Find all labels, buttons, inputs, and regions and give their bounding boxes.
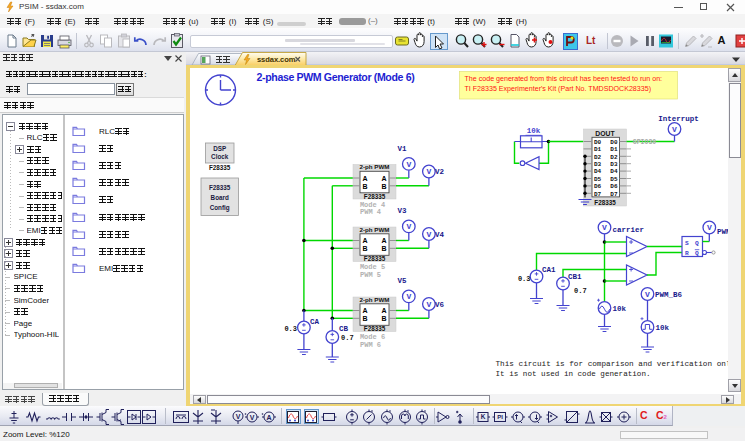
svg-text:V: V	[426, 230, 431, 239]
svg-text:TI F28335 Experimenter's Kit (: TI F28335 Experimenter's Kit (Part No. T…	[464, 85, 651, 93]
svg-text:D2: D2	[594, 154, 602, 161]
svg-text:The code generated from this c: The code generated from this circuit has…	[464, 75, 662, 83]
svg-text:2-phase PWM Generator (Mode 6): 2-phase PWM Generator (Mode 6)	[256, 71, 414, 83]
svg-text:B: B	[381, 245, 386, 252]
svg-text:V2: V2	[435, 168, 445, 176]
svg-text:F28335: F28335	[209, 184, 231, 191]
svg-text:PI: PI	[497, 414, 503, 420]
svg-text:PWM 6: PWM 6	[359, 341, 380, 349]
svg-text:0.7: 0.7	[341, 334, 354, 342]
svg-text:D2: D2	[610, 154, 618, 161]
svg-text:2-ph PWM: 2-ph PWM	[359, 226, 389, 233]
svg-text:10k: 10k	[526, 127, 540, 135]
svg-text:D4: D4	[610, 168, 618, 175]
svg-text:A: A	[381, 307, 386, 314]
svg-text:V5: V5	[397, 277, 407, 285]
svg-text:A: A	[362, 237, 367, 244]
svg-text:10k: 10k	[655, 324, 669, 332]
svg-text:PWM_B6: PWM_B6	[655, 291, 683, 299]
svg-text:A: A	[266, 413, 271, 420]
svg-text:carrier: carrier	[612, 226, 644, 234]
svg-text:CA1: CA1	[542, 266, 556, 274]
svg-text:B: B	[381, 183, 386, 190]
svg-text:0.3: 0.3	[517, 275, 530, 283]
svg-text:V3: V3	[397, 207, 407, 215]
svg-text:This circuit is for comparison: This circuit is for comparison and verif…	[495, 360, 731, 368]
svg-text:D6: D6	[610, 183, 618, 190]
svg-text:D5: D5	[594, 176, 602, 183]
svg-text:V: V	[250, 413, 255, 420]
svg-text:D7: D7	[594, 191, 602, 198]
svg-text:B: B	[362, 183, 367, 190]
svg-text:2-ph PWM: 2-ph PWM	[359, 296, 389, 303]
svg-text:Q: Q	[695, 250, 699, 257]
svg-text:B: B	[362, 315, 367, 322]
svg-text:B: B	[362, 245, 367, 252]
svg-text:Interrupt: Interrupt	[658, 115, 699, 123]
svg-text:D3: D3	[594, 161, 602, 168]
svg-text:It is not used in code generat: It is not used in code generation.	[495, 370, 650, 378]
svg-text:0.7: 0.7	[574, 287, 587, 295]
svg-text:GPIO30: GPIO30	[632, 139, 656, 146]
svg-text:Config: Config	[209, 204, 229, 212]
svg-text:S: S	[685, 240, 689, 247]
svg-text:F28335: F28335	[363, 255, 385, 262]
svg-text:D4: D4	[594, 168, 602, 175]
svg-text:DOUT: DOUT	[595, 130, 615, 137]
svg-text:Q: Q	[695, 240, 699, 247]
svg-text:Clock: Clock	[211, 153, 229, 160]
svg-text:2-ph PWM: 2-ph PWM	[359, 163, 389, 170]
svg-text:A: A	[381, 175, 386, 182]
svg-text:A: A	[381, 237, 386, 244]
svg-text:A: A	[362, 175, 367, 182]
svg-text:V1: V1	[397, 145, 407, 153]
svg-text:V: V	[645, 290, 650, 299]
svg-text:V: V	[406, 222, 411, 231]
svg-text:CB1: CB1	[568, 273, 582, 281]
svg-text:0.3: 0.3	[284, 325, 297, 333]
svg-text:D1: D1	[610, 146, 618, 153]
svg-text:V: V	[236, 412, 241, 419]
svg-text:V: V	[426, 167, 431, 176]
svg-text:B: B	[381, 315, 386, 322]
svg-text:V: V	[426, 300, 431, 309]
svg-text:F28335: F28335	[209, 164, 231, 171]
svg-text:CA: CA	[310, 318, 320, 326]
svg-text:DSP: DSP	[213, 145, 226, 152]
svg-text:D6: D6	[594, 183, 602, 190]
svg-text:D3: D3	[610, 161, 618, 168]
svg-text:V: V	[672, 125, 677, 134]
svg-text:D5: D5	[610, 176, 618, 183]
svg-text:V6: V6	[435, 301, 445, 309]
svg-text:V: V	[406, 160, 411, 169]
svg-text:PWM 4: PWM 4	[359, 208, 380, 216]
svg-text:V: V	[406, 292, 411, 301]
svg-text:D1: D1	[594, 146, 602, 153]
svg-text:CB: CB	[339, 325, 349, 333]
svg-text:A: A	[362, 307, 367, 314]
svg-text:F28335: F28335	[363, 193, 385, 200]
svg-text:F28335: F28335	[594, 199, 616, 206]
svg-text:D7: D7	[610, 191, 618, 198]
svg-text:R: R	[685, 250, 689, 257]
svg-text:10k: 10k	[612, 305, 626, 313]
svg-text:Board: Board	[210, 194, 228, 201]
svg-text:K: K	[481, 413, 486, 420]
svg-text:D0: D0	[610, 139, 618, 146]
svg-text:D0: D0	[594, 139, 602, 146]
svg-text:F28335: F28335	[363, 325, 385, 332]
svg-text:V: V	[706, 223, 711, 232]
svg-text:V: V	[602, 223, 607, 232]
svg-text:PWM 5: PWM 5	[359, 271, 380, 279]
svg-text:V4: V4	[435, 231, 445, 239]
